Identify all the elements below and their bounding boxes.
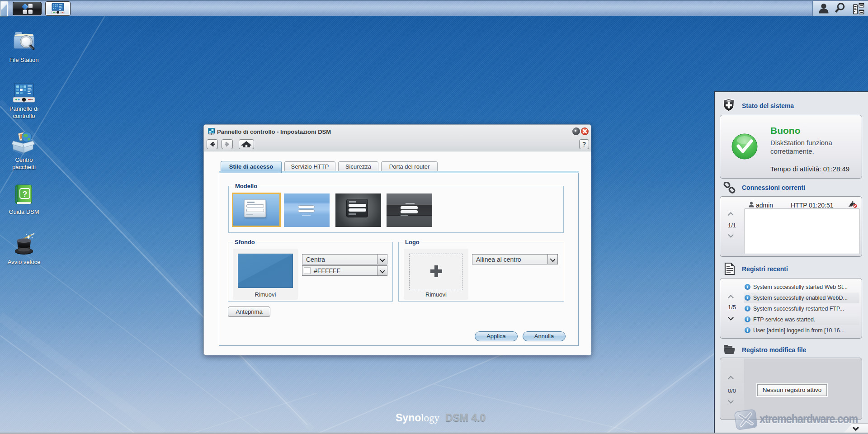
svg-text:?: ? bbox=[23, 190, 27, 198]
